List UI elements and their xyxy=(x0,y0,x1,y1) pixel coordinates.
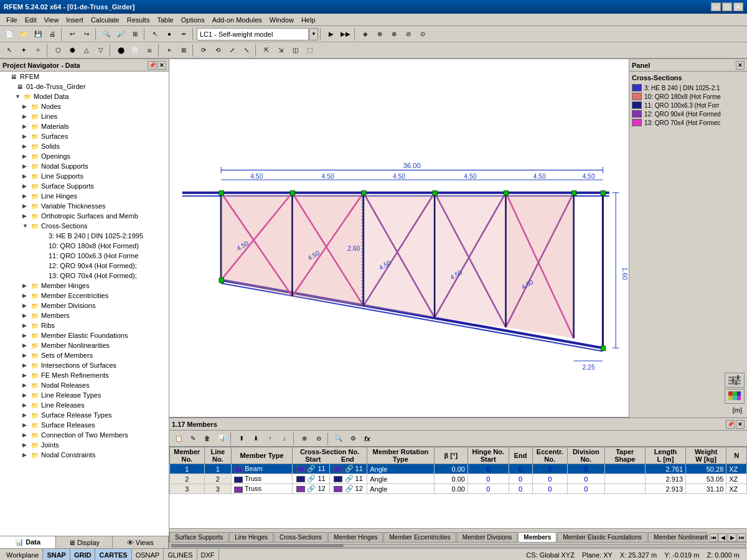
tb-zoom-out[interactable]: 🔎 xyxy=(114,27,128,41)
table-tb-5[interactable]: ⬆ xyxy=(235,432,248,446)
tb2-1[interactable]: ↖ xyxy=(2,44,16,57)
nav-item[interactable]: ▶📁Member Hinges xyxy=(0,281,169,291)
tb2-7[interactable]: ▽ xyxy=(94,44,108,57)
tab-nav-first[interactable]: ⏮ xyxy=(709,533,718,542)
nav-item[interactable]: ▶📁Surfaces xyxy=(0,131,169,141)
menu-calculate[interactable]: Calculate xyxy=(87,15,123,25)
bottom-tab-cross-sections[interactable]: Cross-Sections xyxy=(274,532,327,542)
table-tb-fx[interactable]: fx xyxy=(360,432,374,446)
nav-item[interactable]: ▶📁Sets of Members xyxy=(0,350,169,360)
tb-undo[interactable]: ↩ xyxy=(65,27,79,41)
nav-item[interactable]: ▶📁Openings xyxy=(0,151,169,161)
bottom-tab-member-elastic-foundations[interactable]: Member Elastic Foundations xyxy=(557,532,647,542)
tb-run[interactable]: ▶ xyxy=(324,27,338,41)
tb-extra5[interactable]: ⊙ xyxy=(416,27,430,41)
nav-item[interactable]: ▶📁Line Hinges xyxy=(0,191,169,201)
nav-tab-views[interactable]: 👁 Views xyxy=(113,536,169,548)
tab-nav-last[interactable]: ⏭ xyxy=(737,533,746,542)
lc-dropdown-arrow[interactable]: ▼ xyxy=(309,28,318,40)
horizontal-scrollbar[interactable] xyxy=(169,542,747,548)
table-pin-btn[interactable]: 📌 xyxy=(726,420,735,429)
table-tb-7[interactable]: ↑ xyxy=(263,432,277,446)
bottom-tab-member-nonlinearities[interactable]: Member Nonlinearities xyxy=(648,532,708,542)
tb2-10[interactable]: ⧇ xyxy=(143,44,156,57)
tb2-13[interactable]: ⟳ xyxy=(197,44,210,57)
tb-run-all[interactable]: ▶▶ xyxy=(339,27,352,41)
close-btn[interactable]: ✕ xyxy=(733,2,743,11)
table-tb-11[interactable]: 🔍 xyxy=(332,432,345,446)
nav-item[interactable]: 🖥RFEM xyxy=(0,72,169,82)
nav-item[interactable]: ▶📁Surface Releases xyxy=(0,420,169,430)
table-close-btn[interactable]: ✕ xyxy=(736,420,745,429)
status-grid[interactable]: GRID xyxy=(70,549,96,560)
table-row[interactable]: 1 1 Beam 🔗 11 🔗 11 Angle 0.00 0 0 0 0 2.… xyxy=(170,464,747,474)
nav-item[interactable]: ▶📁Intersections of Surfaces xyxy=(0,360,169,370)
tb2-20[interactable]: ⬚ xyxy=(303,44,316,57)
menu-table[interactable]: Table xyxy=(153,15,177,25)
tb-member[interactable]: ━ xyxy=(177,27,190,41)
tb-redo[interactable]: ↪ xyxy=(80,27,93,41)
nav-item[interactable]: 11: QRO 100x6.3 (Hot Forme xyxy=(0,251,169,261)
nav-item[interactable]: ▶📁Solids xyxy=(0,141,169,151)
menu-file[interactable]: File xyxy=(2,15,21,25)
menu-help[interactable]: Help xyxy=(298,15,319,25)
status-cartes[interactable]: CARTES xyxy=(95,549,131,560)
tb2-2[interactable]: ✦ xyxy=(17,44,31,57)
nav-item[interactable]: ▶📁Surface Supports xyxy=(0,181,169,191)
tb2-3[interactable]: ✧ xyxy=(31,44,45,57)
nav-item[interactable]: ▶📁Nodal Constraints xyxy=(0,450,169,460)
table-tb-1[interactable]: 📋 xyxy=(172,432,186,446)
tab-nav-next[interactable]: ▶ xyxy=(728,533,736,542)
tb2-18[interactable]: ⇲ xyxy=(274,44,288,57)
tb-zoom-all[interactable]: ⊞ xyxy=(128,27,142,41)
tb-save[interactable]: 💾 xyxy=(31,27,45,41)
nav-item[interactable]: ▶📁Member Elastic Foundations xyxy=(0,330,169,340)
nav-item[interactable]: ▶📁Line Release Types xyxy=(0,390,169,400)
tb2-14[interactable]: ⟲ xyxy=(211,44,225,57)
nav-tab-display[interactable]: 🖥 Display xyxy=(56,536,112,548)
menu-edit[interactable]: Edit xyxy=(21,15,40,25)
menu-results[interactable]: Results xyxy=(123,15,154,25)
tb-zoom-in[interactable]: 🔍 xyxy=(100,27,113,41)
table-tb-9[interactable]: ⊕ xyxy=(298,432,311,446)
table-tb-3[interactable]: 🗑 xyxy=(200,432,214,446)
tb2-17[interactable]: ⇱ xyxy=(260,44,273,57)
nav-item[interactable]: 13: QRO 70x4 (Hot Formed); xyxy=(0,271,169,281)
nav-item[interactable]: 🖥01-de-Truss_Girder xyxy=(0,82,169,91)
menu-addon[interactable]: Add-on Modules xyxy=(209,15,266,25)
nav-item[interactable]: ▶📁Orthotropic Surfaces and Memb xyxy=(0,211,169,221)
tb-extra4[interactable]: ⊘ xyxy=(402,27,415,41)
tb2-4[interactable]: ⬡ xyxy=(51,44,65,57)
bottom-tab-members[interactable]: Members xyxy=(518,532,557,542)
tb2-11[interactable]: ⌖ xyxy=(162,44,176,57)
nav-item[interactable]: 3: HE B 240 | DIN 1025-2:1995 xyxy=(0,231,169,241)
tb2-19[interactable]: ◫ xyxy=(288,44,302,57)
nav-item[interactable]: ▶📁Member Divisions xyxy=(0,301,169,310)
nav-item[interactable]: ▶📁Materials xyxy=(0,121,169,131)
nav-item[interactable]: ▼📁Cross-Sections xyxy=(0,221,169,231)
table-tb-4[interactable]: 📊 xyxy=(215,432,228,446)
bottom-tab-member-eccentricities[interactable]: Member Eccentricities xyxy=(383,532,456,542)
tb-new[interactable]: 📄 xyxy=(2,27,16,41)
table-row[interactable]: 2 2 Truss 🔗 11 🔗 11 Angle 0.00 0 0 0 0 2… xyxy=(170,474,747,484)
nav-item[interactable]: 12: QRO 90x4 (Hot Formed); xyxy=(0,261,169,271)
menu-window[interactable]: Window xyxy=(266,15,298,25)
nav-pin-btn[interactable]: 📌 xyxy=(148,61,156,70)
nav-item[interactable]: ▶📁Line Releases xyxy=(0,400,169,410)
lc-dropdown[interactable]: LC1 - Self-weight model xyxy=(197,28,309,40)
nav-item[interactable]: ▶📁Connection of Two Members xyxy=(0,430,169,440)
tb2-15[interactable]: ⤢ xyxy=(225,44,239,57)
tab-nav-prev[interactable]: ◀ xyxy=(718,533,727,542)
nav-item[interactable]: ▶📁Nodal Supports xyxy=(0,161,169,171)
tb-node[interactable]: ● xyxy=(162,27,176,41)
table-row[interactable]: 3 3 Truss 🔗 12 🔗 12 Angle 0.00 0 0 0 0 2… xyxy=(170,484,747,494)
minimize-btn[interactable]: ─ xyxy=(711,2,721,11)
tb-open[interactable]: 📁 xyxy=(17,27,31,41)
panel-close-btn[interactable]: ✕ xyxy=(736,61,745,70)
nav-item[interactable]: ▶📁FE Mesh Refinements xyxy=(0,370,169,380)
bottom-tab-surface-supports[interactable]: Surface Supports xyxy=(169,532,228,542)
nav-item[interactable]: ▶📁Ribs xyxy=(0,320,169,330)
menu-insert[interactable]: Insert xyxy=(62,15,87,25)
maximize-btn[interactable]: □ xyxy=(722,2,732,11)
tb2-8[interactable]: ⬤ xyxy=(114,44,128,57)
